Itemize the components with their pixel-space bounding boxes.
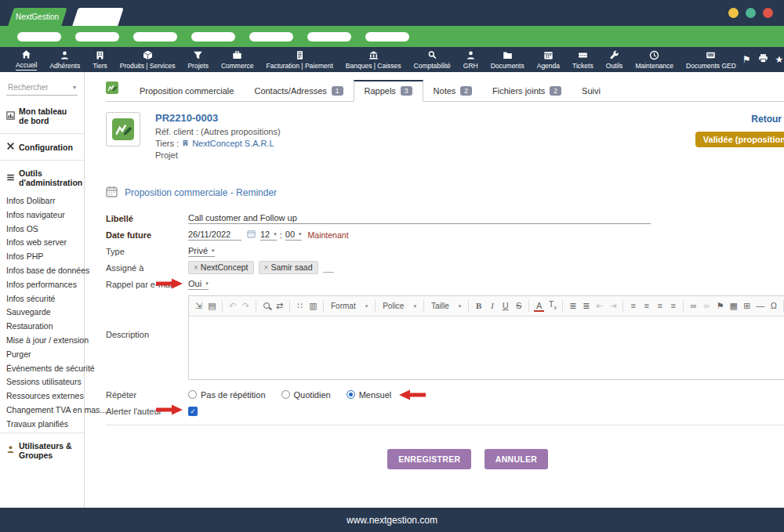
back-to-list-link[interactable]: Retour liste bbox=[751, 114, 784, 125]
tab-fichiers-joints[interactable]: Fichiers joints 2 bbox=[482, 81, 572, 101]
now-link[interactable]: Maintenant bbox=[308, 230, 349, 240]
chip-remove-icon[interactable]: × bbox=[194, 263, 198, 272]
tab-rappels[interactable]: Rappels 3 bbox=[354, 80, 423, 102]
undo-icon[interactable]: ↶ bbox=[227, 300, 238, 312]
language-flag-icon[interactable]: ⚑ bbox=[742, 54, 751, 65]
numbered-list-icon[interactable]: ≣ bbox=[568, 300, 578, 312]
text-color-button[interactable]: A bbox=[534, 301, 544, 312]
menu-item-comptabilite[interactable]: Comptabilité bbox=[408, 49, 457, 71]
sidebar-link-sauvegarde[interactable]: Sauvegarde bbox=[0, 305, 84, 319]
sidebar-item-configuration[interactable]: Configuration bbox=[0, 136, 84, 158]
sidebar-link-mise-a-jour[interactable]: Mise à jour / extension bbox=[0, 333, 84, 347]
window-dot-yellow-icon[interactable] bbox=[728, 8, 739, 18]
align-center-icon[interactable]: ≡ bbox=[641, 300, 652, 312]
underline-button[interactable]: U bbox=[500, 300, 510, 312]
link-icon[interactable]: ∞ bbox=[688, 300, 699, 312]
horizontal-rule-icon[interactable]: ― bbox=[755, 300, 765, 312]
window-dot-green-icon[interactable] bbox=[746, 8, 756, 18]
hour-select[interactable]: 12▾ bbox=[260, 230, 277, 241]
menu-item-outils[interactable]: Outils bbox=[600, 49, 630, 71]
italic-button[interactable]: I bbox=[487, 300, 497, 312]
align-justify-icon[interactable]: ≡ bbox=[668, 300, 678, 312]
rappel-email-select[interactable]: Oui▾ bbox=[188, 279, 209, 290]
tiers-value-link[interactable]: NextConcept S.A.R.L bbox=[192, 138, 274, 150]
logo-tab[interactable]: NextGestion bbox=[8, 8, 67, 26]
bold-button[interactable]: B bbox=[474, 300, 484, 312]
remove-format-button[interactable]: Tx bbox=[547, 299, 557, 313]
sidebar-link-evenements-securite[interactable]: Événements de sécurité bbox=[0, 361, 84, 375]
align-right-icon[interactable]: ≡ bbox=[655, 300, 665, 312]
save-button[interactable]: ENREGISTRER bbox=[387, 449, 471, 469]
sidebar-link-infos-securite[interactable]: Infos sécurité bbox=[0, 291, 84, 306]
bullet-list-icon[interactable]: ≣ bbox=[581, 300, 591, 312]
find-icon[interactable] bbox=[261, 300, 271, 312]
assignee-chip[interactable]: ×NextConcept bbox=[188, 261, 254, 274]
menu-item-documents-ged[interactable]: Documents GED bbox=[680, 49, 742, 71]
sidebar-link-sessions[interactable]: Sessions utilisateurs bbox=[0, 375, 84, 389]
radio-mensuel[interactable]: Mensuel bbox=[347, 390, 392, 400]
sidebar-link-travaux-planifies[interactable]: Travaux planifiés bbox=[0, 417, 84, 431]
assignee-input[interactable] bbox=[323, 263, 334, 273]
minute-select[interactable]: 00▾ bbox=[285, 230, 302, 241]
sidebar-link-infos-navigateur[interactable]: Infos navigateur bbox=[0, 208, 84, 222]
tab-contacts-adresses[interactable]: Contacts/Adresses 1 bbox=[244, 81, 353, 101]
chip-remove-icon[interactable]: × bbox=[264, 263, 269, 272]
indent-icon[interactable]: ⇥ bbox=[608, 300, 618, 312]
sidebar-link-ressources-externes[interactable]: Ressources externes bbox=[0, 389, 84, 403]
sidebar-item-dashboard[interactable]: Mon tableau de bord bbox=[0, 100, 84, 132]
libelle-input[interactable]: Call customer and Follow up bbox=[188, 213, 651, 224]
menu-item-agenda[interactable]: Agenda bbox=[531, 49, 566, 71]
menu-item-produits-services[interactable]: Produits | Services bbox=[114, 49, 182, 71]
sidebar-link-infos-bdd[interactable]: Infos base de données bbox=[0, 263, 84, 277]
menu-item-documents[interactable]: Documents bbox=[485, 49, 531, 71]
window-dot-red-icon[interactable] bbox=[763, 8, 773, 18]
replace-icon[interactable]: ⇄ bbox=[274, 300, 285, 312]
cancel-button[interactable]: ANNULER bbox=[485, 449, 548, 469]
radio-pas-de-repetition[interactable]: Pas de répétition bbox=[188, 390, 266, 400]
menu-item-adherents[interactable]: Adhérents bbox=[43, 49, 86, 71]
sidebar-link-infos-web-server[interactable]: Infos web server bbox=[0, 235, 84, 249]
sidebar-link-restauration[interactable]: Restauration bbox=[0, 319, 84, 333]
print-icon[interactable] bbox=[758, 52, 768, 67]
spellcheck-options-icon[interactable]: ▥ bbox=[308, 300, 318, 312]
anchor-icon[interactable]: ⚑ bbox=[715, 300, 725, 312]
redo-icon[interactable]: ↷ bbox=[241, 300, 251, 312]
unlink-icon[interactable]: ∞ bbox=[702, 300, 712, 312]
table-icon[interactable]: ⊞ bbox=[742, 300, 752, 312]
align-left-icon[interactable]: ≡ bbox=[628, 300, 638, 312]
tab-suivi[interactable]: Suivi bbox=[572, 81, 611, 101]
strike-button[interactable]: S bbox=[514, 300, 524, 312]
menu-item-tickets[interactable]: Tickets bbox=[566, 49, 600, 71]
maximize-icon[interactable]: ⇲ bbox=[194, 300, 204, 312]
size-dropdown[interactable]: Taille▾ bbox=[429, 302, 463, 310]
sidebar-link-changement-tva[interactable]: Changement TVA en mas... bbox=[0, 403, 84, 417]
menu-item-accueil[interactable]: Accueil bbox=[9, 48, 43, 71]
menu-item-commerce[interactable]: Commerce bbox=[215, 49, 260, 71]
menu-item-maintenance[interactable]: Maintenance bbox=[629, 49, 680, 71]
search-input[interactable]: Rechercher ▾ bbox=[6, 80, 78, 96]
radio-quotidien[interactable]: Quotidien bbox=[281, 390, 331, 400]
preview-icon[interactable]: ▤ bbox=[207, 300, 217, 312]
alerter-checkbox[interactable]: ✓ bbox=[188, 407, 198, 416]
font-dropdown[interactable]: Police▾ bbox=[380, 302, 419, 310]
menu-item-tiers[interactable]: Tiers bbox=[86, 49, 114, 71]
sidebar-link-infos-php[interactable]: Infos PHP bbox=[0, 249, 84, 263]
spellcheck-icon[interactable]: ∷ bbox=[295, 300, 305, 312]
tab-notes[interactable]: Notes 2 bbox=[423, 81, 482, 101]
menu-item-grh[interactable]: GRH bbox=[457, 49, 485, 71]
sidebar-link-infos-performances[interactable]: Infos performances bbox=[0, 277, 84, 291]
menu-item-facturation-paiement[interactable]: Facturation | Paiement bbox=[260, 49, 339, 71]
format-dropdown[interactable]: Format▾ bbox=[328, 302, 370, 310]
outdent-icon[interactable]: ⇤ bbox=[594, 300, 604, 312]
menu-item-projets[interactable]: Projets bbox=[181, 49, 214, 71]
sidebar-item-users-groups[interactable]: Utilisateurs & Groupes bbox=[0, 435, 84, 466]
sidebar-link-infos-os[interactable]: Infos OS bbox=[0, 222, 84, 236]
sidebar-link-infos-dolibarr[interactable]: Infos Dolibarr bbox=[0, 194, 84, 208]
tab-proposition-commerciale[interactable]: Proposition commerciale bbox=[129, 81, 244, 101]
sidebar-link-purger[interactable]: Purger bbox=[0, 347, 84, 361]
menu-item-banques-caisses[interactable]: Banques | Caisses bbox=[339, 49, 408, 71]
type-select[interactable]: Privé▾ bbox=[188, 246, 215, 257]
date-picker-icon[interactable] bbox=[247, 230, 256, 240]
sidebar-item-admin-tools[interactable]: Outils d'administration bbox=[0, 162, 84, 194]
date-input[interactable]: 26/11/2022 bbox=[188, 230, 241, 241]
